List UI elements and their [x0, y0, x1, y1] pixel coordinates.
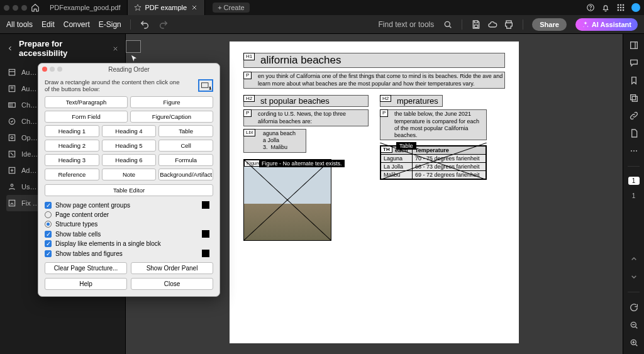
tab-doc[interactable]: PDF example	[128, 0, 206, 15]
p-tag[interactable]: P cording to U.S. News, the top three al…	[243, 109, 369, 126]
page-icon[interactable]	[629, 128, 639, 138]
btn-heading-6[interactable]: Heading 6	[102, 154, 157, 166]
ai-assistant-button[interactable]: AI Assistant	[575, 18, 638, 31]
chk-table-cells[interactable]: ✓Show table cells	[38, 229, 219, 239]
btn-background[interactable]: Background/Artifact	[158, 169, 213, 180]
zoom-in-icon[interactable]	[629, 338, 639, 348]
more-icon[interactable]	[629, 146, 639, 156]
chevron-down-icon[interactable]	[629, 272, 639, 282]
comment-icon[interactable]	[629, 58, 639, 68]
chk-content-groups[interactable]: ✓Show page content groups	[38, 200, 219, 210]
btn-reference[interactable]: Reference	[45, 169, 99, 180]
selection-tool-icon[interactable]	[130, 54, 138, 63]
find-label: Find text or tools	[379, 20, 435, 29]
dialog-traffic[interactable]	[42, 67, 62, 72]
btn-heading-5[interactable]: Heading 5	[102, 140, 157, 152]
rotate-icon[interactable]	[629, 302, 639, 313]
list-tag[interactable]: LbI aguna beach a Jolla 3. Malibu	[243, 129, 306, 153]
h1-tag[interactable]: H1 alifornia beaches	[243, 53, 505, 68]
grid-icon[interactable]	[616, 3, 625, 12]
svg-point-2	[591, 9, 591, 10]
btn-text-paragraph[interactable]: Text/Paragraph	[45, 96, 128, 108]
btn-table-editor[interactable]: Table Editor	[45, 184, 213, 196]
btn-heading-2[interactable]: Heading 2	[45, 140, 99, 152]
radio-structure-types[interactable]: Structure types	[38, 219, 219, 229]
btn-close[interactable]: Close	[131, 278, 213, 290]
p-tag[interactable]: P en you think of California one of the …	[243, 72, 505, 89]
window-controls[interactable]	[4, 5, 27, 11]
svg-point-25	[11, 184, 13, 187]
btn-heading-1[interactable]: Heading 1	[45, 125, 99, 137]
create-button[interactable]: +Create	[213, 3, 249, 13]
svg-rect-11	[623, 9, 624, 11]
svg-rect-5	[623, 4, 624, 6]
menu-edit[interactable]: Edit	[42, 20, 55, 29]
figure-box[interactable]: Figure Figure - No alternate text exists…	[243, 159, 331, 241]
close-panel-icon[interactable]	[112, 45, 119, 52]
search-icon[interactable]	[443, 19, 453, 30]
redo-icon[interactable]	[158, 19, 169, 30]
tab-file[interactable]: PDFexample_good.pdf	[43, 0, 128, 15]
svg-marker-0	[135, 4, 141, 11]
page-count: 1	[632, 192, 636, 199]
bell-icon[interactable]	[601, 3, 610, 12]
selection-mode-icon[interactable]: 1	[198, 79, 213, 92]
svg-rect-13	[475, 25, 478, 27]
h1-text: alifornia beaches	[260, 54, 341, 66]
panel-title: Prepare for accessibility	[19, 39, 107, 58]
menu-all-tools[interactable]: All tools	[6, 20, 33, 29]
svg-rect-3	[618, 4, 619, 6]
svg-rect-4	[620, 4, 621, 6]
btn-formula[interactable]: Formula	[158, 154, 213, 166]
btn-clear-structure[interactable]: Clear Page Structure...	[45, 262, 127, 274]
temperature-table[interactable]: THeachTemperature Laguna70 - 75 degrees …	[380, 145, 487, 180]
zoom-out-icon[interactable]	[629, 320, 639, 330]
star-icon	[134, 4, 142, 11]
menu-esign[interactable]: E-Sign	[99, 20, 121, 29]
chk-tables-figures[interactable]: ✓Show tables and figures	[38, 248, 219, 258]
share-button[interactable]: Share	[532, 18, 567, 31]
svg-point-16	[583, 26, 584, 27]
home-icon[interactable]	[31, 3, 40, 12]
link-icon[interactable]	[629, 111, 639, 121]
btn-show-order[interactable]: Show Order Panel	[131, 262, 213, 274]
btn-table[interactable]: Table	[158, 125, 213, 137]
svg-point-15	[587, 26, 589, 27]
radio-page-order[interactable]: Page content order	[38, 210, 219, 219]
copy-icon[interactable]	[629, 93, 639, 103]
cloud-icon[interactable]	[487, 19, 497, 30]
panel-icon[interactable]	[629, 40, 639, 50]
bookmark-icon[interactable]	[629, 75, 639, 86]
ruler-icon	[126, 40, 141, 53]
figure-chip: Figure	[244, 160, 264, 167]
btn-form-field[interactable]: Form Field	[45, 111, 128, 123]
btn-heading-4[interactable]: Heading 4	[102, 125, 157, 137]
btn-note[interactable]: Note	[102, 169, 157, 180]
svg-rect-17	[9, 69, 14, 75]
reading-order-dialog[interactable]: Reading Order Draw a rectangle around th…	[38, 63, 220, 297]
menu-convert[interactable]: Convert	[64, 20, 90, 29]
close-icon[interactable]	[191, 4, 198, 11]
save-icon[interactable]	[471, 19, 481, 30]
page-number-badge[interactable]: 1	[628, 177, 640, 185]
btn-help[interactable]: Help	[45, 278, 127, 290]
btn-heading-3[interactable]: Heading 3	[45, 154, 99, 166]
btn-figure[interactable]: Figure	[130, 96, 213, 108]
h2-tag[interactable]: H2 mperatures	[380, 95, 443, 108]
undo-icon[interactable]	[140, 19, 150, 30]
btn-figure-caption[interactable]: Figure/Caption	[130, 111, 213, 123]
svg-rect-35	[202, 83, 209, 88]
chevron-up-icon[interactable]	[629, 254, 639, 264]
svg-rect-21	[9, 135, 14, 140]
p-tag[interactable]: P the table below, the June 2021 tempera…	[380, 109, 487, 140]
p1-text: en you think of California one of the fi…	[258, 73, 502, 86]
back-icon[interactable]	[6, 45, 14, 52]
avatar[interactable]	[631, 3, 640, 12]
svg-point-32	[636, 150, 637, 152]
btn-cell[interactable]: Cell	[158, 140, 213, 152]
svg-rect-7	[620, 7, 621, 8]
print-icon[interactable]	[504, 19, 514, 30]
chk-like-elements[interactable]: ✓Display like elements in a single block	[38, 239, 219, 248]
help-icon[interactable]	[586, 3, 595, 12]
h2-tag[interactable]: H2 st popular beaches	[243, 95, 369, 108]
